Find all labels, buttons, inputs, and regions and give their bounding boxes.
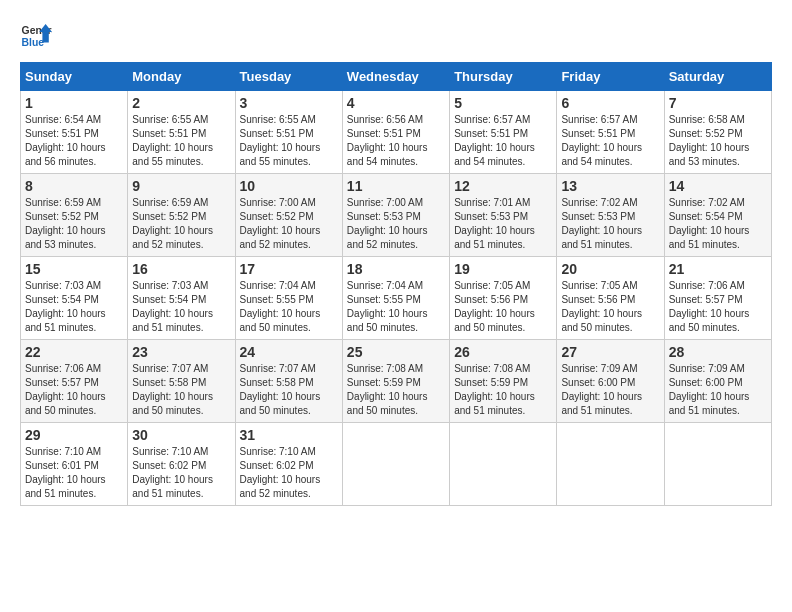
day-number: 18 (347, 261, 445, 277)
day-info: Sunrise: 7:03 AMSunset: 5:54 PMDaylight:… (132, 280, 213, 333)
day-number: 14 (669, 178, 767, 194)
weekday-header-wednesday: Wednesday (342, 63, 449, 91)
week-row-4: 22 Sunrise: 7:06 AMSunset: 5:57 PMDaylig… (21, 340, 772, 423)
day-info: Sunrise: 7:00 AMSunset: 5:53 PMDaylight:… (347, 197, 428, 250)
calendar-cell: 19 Sunrise: 7:05 AMSunset: 5:56 PMDaylig… (450, 257, 557, 340)
day-number: 27 (561, 344, 659, 360)
calendar-cell: 27 Sunrise: 7:09 AMSunset: 6:00 PMDaylig… (557, 340, 664, 423)
day-info: Sunrise: 7:10 AMSunset: 6:01 PMDaylight:… (25, 446, 106, 499)
calendar-cell: 9 Sunrise: 6:59 AMSunset: 5:52 PMDayligh… (128, 174, 235, 257)
day-info: Sunrise: 7:07 AMSunset: 5:58 PMDaylight:… (132, 363, 213, 416)
calendar-cell: 31 Sunrise: 7:10 AMSunset: 6:02 PMDaylig… (235, 423, 342, 506)
calendar-cell: 11 Sunrise: 7:00 AMSunset: 5:53 PMDaylig… (342, 174, 449, 257)
calendar-cell: 3 Sunrise: 6:55 AMSunset: 5:51 PMDayligh… (235, 91, 342, 174)
day-info: Sunrise: 6:54 AMSunset: 5:51 PMDaylight:… (25, 114, 106, 167)
day-info: Sunrise: 6:59 AMSunset: 5:52 PMDaylight:… (132, 197, 213, 250)
day-info: Sunrise: 6:57 AMSunset: 5:51 PMDaylight:… (561, 114, 642, 167)
weekday-header-saturday: Saturday (664, 63, 771, 91)
day-info: Sunrise: 7:09 AMSunset: 6:00 PMDaylight:… (561, 363, 642, 416)
calendar-cell: 1 Sunrise: 6:54 AMSunset: 5:51 PMDayligh… (21, 91, 128, 174)
day-number: 7 (669, 95, 767, 111)
day-info: Sunrise: 7:00 AMSunset: 5:52 PMDaylight:… (240, 197, 321, 250)
calendar-cell: 8 Sunrise: 6:59 AMSunset: 5:52 PMDayligh… (21, 174, 128, 257)
day-info: Sunrise: 7:05 AMSunset: 5:56 PMDaylight:… (454, 280, 535, 333)
day-number: 12 (454, 178, 552, 194)
day-number: 19 (454, 261, 552, 277)
day-number: 24 (240, 344, 338, 360)
calendar-cell: 12 Sunrise: 7:01 AMSunset: 5:53 PMDaylig… (450, 174, 557, 257)
logo: General Blue (20, 20, 52, 52)
day-number: 22 (25, 344, 123, 360)
calendar-cell (342, 423, 449, 506)
weekday-header-tuesday: Tuesday (235, 63, 342, 91)
day-number: 20 (561, 261, 659, 277)
calendar-cell: 18 Sunrise: 7:04 AMSunset: 5:55 PMDaylig… (342, 257, 449, 340)
logo-icon: General Blue (20, 20, 52, 52)
calendar-cell: 21 Sunrise: 7:06 AMSunset: 5:57 PMDaylig… (664, 257, 771, 340)
day-number: 2 (132, 95, 230, 111)
day-number: 3 (240, 95, 338, 111)
day-info: Sunrise: 6:59 AMSunset: 5:52 PMDaylight:… (25, 197, 106, 250)
day-info: Sunrise: 7:02 AMSunset: 5:54 PMDaylight:… (669, 197, 750, 250)
day-info: Sunrise: 7:10 AMSunset: 6:02 PMDaylight:… (240, 446, 321, 499)
day-number: 30 (132, 427, 230, 443)
calendar-cell: 16 Sunrise: 7:03 AMSunset: 5:54 PMDaylig… (128, 257, 235, 340)
calendar-cell: 25 Sunrise: 7:08 AMSunset: 5:59 PMDaylig… (342, 340, 449, 423)
day-number: 1 (25, 95, 123, 111)
calendar-cell: 5 Sunrise: 6:57 AMSunset: 5:51 PMDayligh… (450, 91, 557, 174)
day-number: 10 (240, 178, 338, 194)
calendar-cell: 10 Sunrise: 7:00 AMSunset: 5:52 PMDaylig… (235, 174, 342, 257)
day-info: Sunrise: 7:08 AMSunset: 5:59 PMDaylight:… (347, 363, 428, 416)
day-number: 29 (25, 427, 123, 443)
calendar-cell: 17 Sunrise: 7:04 AMSunset: 5:55 PMDaylig… (235, 257, 342, 340)
day-number: 28 (669, 344, 767, 360)
day-info: Sunrise: 6:55 AMSunset: 5:51 PMDaylight:… (240, 114, 321, 167)
calendar-cell: 26 Sunrise: 7:08 AMSunset: 5:59 PMDaylig… (450, 340, 557, 423)
day-info: Sunrise: 6:55 AMSunset: 5:51 PMDaylight:… (132, 114, 213, 167)
calendar-cell: 28 Sunrise: 7:09 AMSunset: 6:00 PMDaylig… (664, 340, 771, 423)
calendar-cell: 24 Sunrise: 7:07 AMSunset: 5:58 PMDaylig… (235, 340, 342, 423)
day-number: 13 (561, 178, 659, 194)
day-info: Sunrise: 6:58 AMSunset: 5:52 PMDaylight:… (669, 114, 750, 167)
calendar-cell (664, 423, 771, 506)
weekday-header-sunday: Sunday (21, 63, 128, 91)
svg-text:Blue: Blue (22, 37, 45, 48)
day-number: 8 (25, 178, 123, 194)
day-number: 6 (561, 95, 659, 111)
calendar-cell: 2 Sunrise: 6:55 AMSunset: 5:51 PMDayligh… (128, 91, 235, 174)
day-info: Sunrise: 6:56 AMSunset: 5:51 PMDaylight:… (347, 114, 428, 167)
day-info: Sunrise: 7:04 AMSunset: 5:55 PMDaylight:… (347, 280, 428, 333)
calendar-cell: 6 Sunrise: 6:57 AMSunset: 5:51 PMDayligh… (557, 91, 664, 174)
day-info: Sunrise: 7:01 AMSunset: 5:53 PMDaylight:… (454, 197, 535, 250)
day-info: Sunrise: 7:10 AMSunset: 6:02 PMDaylight:… (132, 446, 213, 499)
calendar-cell: 20 Sunrise: 7:05 AMSunset: 5:56 PMDaylig… (557, 257, 664, 340)
day-info: Sunrise: 7:02 AMSunset: 5:53 PMDaylight:… (561, 197, 642, 250)
day-number: 5 (454, 95, 552, 111)
day-info: Sunrise: 7:06 AMSunset: 5:57 PMDaylight:… (25, 363, 106, 416)
day-number: 17 (240, 261, 338, 277)
week-row-2: 8 Sunrise: 6:59 AMSunset: 5:52 PMDayligh… (21, 174, 772, 257)
day-number: 16 (132, 261, 230, 277)
week-row-5: 29 Sunrise: 7:10 AMSunset: 6:01 PMDaylig… (21, 423, 772, 506)
day-number: 23 (132, 344, 230, 360)
day-number: 4 (347, 95, 445, 111)
day-info: Sunrise: 7:06 AMSunset: 5:57 PMDaylight:… (669, 280, 750, 333)
calendar-cell: 7 Sunrise: 6:58 AMSunset: 5:52 PMDayligh… (664, 91, 771, 174)
calendar-cell: 14 Sunrise: 7:02 AMSunset: 5:54 PMDaylig… (664, 174, 771, 257)
weekday-header-thursday: Thursday (450, 63, 557, 91)
calendar-cell: 23 Sunrise: 7:07 AMSunset: 5:58 PMDaylig… (128, 340, 235, 423)
day-number: 31 (240, 427, 338, 443)
calendar-cell: 30 Sunrise: 7:10 AMSunset: 6:02 PMDaylig… (128, 423, 235, 506)
day-number: 25 (347, 344, 445, 360)
day-info: Sunrise: 7:05 AMSunset: 5:56 PMDaylight:… (561, 280, 642, 333)
day-number: 26 (454, 344, 552, 360)
day-info: Sunrise: 7:08 AMSunset: 5:59 PMDaylight:… (454, 363, 535, 416)
day-info: Sunrise: 7:09 AMSunset: 6:00 PMDaylight:… (669, 363, 750, 416)
calendar-cell: 4 Sunrise: 6:56 AMSunset: 5:51 PMDayligh… (342, 91, 449, 174)
calendar-cell: 13 Sunrise: 7:02 AMSunset: 5:53 PMDaylig… (557, 174, 664, 257)
weekday-header-monday: Monday (128, 63, 235, 91)
week-row-3: 15 Sunrise: 7:03 AMSunset: 5:54 PMDaylig… (21, 257, 772, 340)
calendar-cell: 15 Sunrise: 7:03 AMSunset: 5:54 PMDaylig… (21, 257, 128, 340)
calendar-cell: 29 Sunrise: 7:10 AMSunset: 6:01 PMDaylig… (21, 423, 128, 506)
calendar-cell (557, 423, 664, 506)
